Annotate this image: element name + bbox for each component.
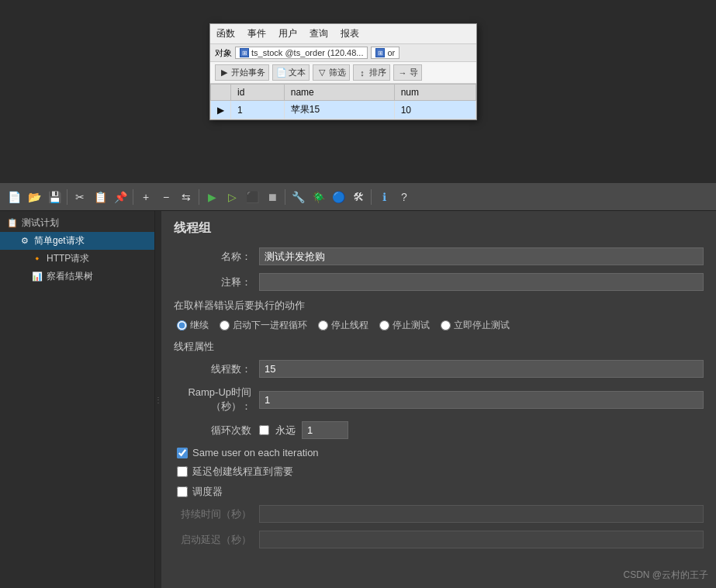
- new-icon[interactable]: 📄: [5, 188, 23, 206]
- table-row[interactable]: ▶ 1 苹果15 10: [211, 101, 476, 119]
- scheduler-row: 调度器: [174, 485, 704, 499]
- table-icon-1: ⊞: [240, 48, 249, 57]
- radio-next-loop-label: 启动下一进程循环: [233, 319, 307, 332]
- name-input[interactable]: [259, 247, 704, 265]
- duration-label: 持续时间（秒）: [174, 507, 259, 521]
- remote-all-icon[interactable]: 🔵: [329, 188, 348, 206]
- startup-delay-label: 启动延迟（秒）: [174, 533, 259, 547]
- menu-item-report[interactable]: 报表: [341, 27, 359, 40]
- btn-filter[interactable]: ▽ 筛选: [313, 64, 350, 81]
- radio-stop-test-input[interactable]: [379, 320, 389, 330]
- menu-item-query[interactable]: 查询: [310, 27, 328, 40]
- tree-item-http-request[interactable]: 🔸 HTTP请求: [0, 250, 154, 268]
- jmeter-window: 📄 📂 💾 ✂ 📋 📌 + − ⇆ ▶ ▷ ⬛ ⏹ 🔧 🪲 🔵 🛠 ℹ ? 📋 …: [0, 183, 716, 588]
- duration-row: 持续时间（秒）: [174, 505, 704, 523]
- stop-now-icon[interactable]: ⏹: [263, 188, 282, 206]
- name-row: 名称：: [174, 247, 704, 265]
- radio-stop-now-input[interactable]: [441, 320, 451, 330]
- btn-text[interactable]: 📄 文本: [272, 64, 310, 81]
- menu-item-events[interactable]: 事件: [247, 27, 266, 40]
- thread-props-title: 线程属性: [174, 340, 704, 354]
- test-plan-icon: 📋: [6, 217, 19, 230]
- menu-item-functions[interactable]: 函数: [216, 27, 235, 40]
- same-user-row: Same user on each iteration: [174, 447, 704, 458]
- ramp-up-input[interactable]: [259, 391, 704, 409]
- btn-export[interactable]: → 导: [393, 64, 422, 81]
- thread-count-input[interactable]: [259, 360, 704, 378]
- radio-next-loop-input[interactable]: [220, 320, 230, 330]
- comment-input[interactable]: [259, 273, 704, 291]
- toolbar-separator-5: [371, 189, 372, 205]
- thread-count-label: 线程数：: [174, 362, 259, 376]
- delay-create-row: 延迟创建线程直到需要: [174, 465, 704, 479]
- radio-stop-thread[interactable]: 停止线程: [318, 319, 368, 332]
- cell-id: 1: [231, 101, 285, 119]
- radio-stop-test[interactable]: 停止测试: [379, 319, 430, 332]
- section-title: 线程组: [174, 220, 704, 237]
- run-icon[interactable]: ▶: [202, 188, 221, 206]
- toolbar-separator-1: [67, 189, 67, 205]
- scheduler-label[interactable]: 调度器: [192, 485, 223, 499]
- radio-stop-now-label: 立即停止测试: [454, 319, 510, 332]
- delay-create-checkbox[interactable]: [177, 466, 188, 477]
- same-user-label[interactable]: Same user on each iteration: [192, 447, 319, 458]
- tree-item-result-tree[interactable]: 📊 察看结果树: [0, 268, 154, 285]
- table-icon-2: ⊞: [375, 48, 385, 57]
- toolbar-separator-3: [199, 189, 199, 205]
- loop-forever-checkbox[interactable]: [259, 425, 269, 435]
- loop-count-controls: 永远: [259, 421, 348, 439]
- row-indicator: ▶: [211, 101, 231, 119]
- copy-icon[interactable]: 📋: [91, 188, 109, 206]
- col-id[interactable]: id: [231, 85, 285, 101]
- radio-continue-input[interactable]: [177, 320, 187, 330]
- name-label: 名称：: [174, 250, 259, 264]
- col-name[interactable]: name: [284, 85, 394, 101]
- ramp-up-label: Ramp-Up时间（秒）：: [174, 386, 259, 413]
- info-icon[interactable]: ℹ: [375, 188, 393, 206]
- radio-stop-thread-input[interactable]: [318, 320, 328, 330]
- settings-icon[interactable]: 🛠: [349, 188, 368, 206]
- tree-item-test-plan[interactable]: 📋 测试计划: [0, 214, 154, 232]
- radio-stop-now[interactable]: 立即停止测试: [441, 319, 510, 332]
- stop-icon[interactable]: ⬛: [243, 188, 261, 206]
- remote-clear-icon[interactable]: 🪲: [309, 188, 327, 206]
- paste-icon[interactable]: 📌: [111, 188, 130, 206]
- loop-count-input[interactable]: [302, 421, 348, 439]
- expand-icon[interactable]: +: [137, 188, 155, 206]
- db-tab-table2[interactable]: ⊞ or: [371, 47, 400, 59]
- left-panel: 📋 测试计划 ⚙ 简单get请求 🔸 HTTP请求 📊 察看结果树: [0, 211, 155, 588]
- delay-create-label[interactable]: 延迟创建线程直到需要: [192, 465, 293, 479]
- radio-continue[interactable]: 继续: [177, 319, 209, 332]
- comment-row: 注释：: [174, 273, 704, 291]
- remote-run-icon[interactable]: 🔧: [289, 188, 307, 206]
- cut-icon[interactable]: ✂: [71, 188, 89, 206]
- radio-next-loop[interactable]: 启动下一进程循环: [220, 319, 307, 332]
- db-tab-table1[interactable]: ⊞ ts_stock @ts_order (120.48...: [235, 47, 368, 59]
- loop-count-label: 循环次数: [174, 424, 259, 438]
- save-icon[interactable]: 💾: [45, 188, 64, 206]
- help-icon[interactable]: ?: [395, 188, 413, 206]
- panel-divider[interactable]: ⋮: [155, 211, 161, 588]
- open-icon[interactable]: 📂: [25, 188, 43, 206]
- loop-count-row: 循环次数 永远: [174, 421, 704, 439]
- duration-input: [259, 505, 704, 523]
- toggle-icon[interactable]: ⇆: [177, 188, 195, 206]
- db-menu-bar: 函数 事件 用户 查询 报表: [210, 24, 476, 44]
- watermark: CSDN @云村的王子: [623, 569, 708, 582]
- col-indicator: [211, 85, 231, 101]
- cell-name: 苹果15: [284, 101, 394, 119]
- toolbar-separator-4: [285, 189, 285, 205]
- thread-group-icon: ⚙: [19, 235, 31, 247]
- scheduler-checkbox[interactable]: [177, 486, 188, 497]
- run-selected-icon[interactable]: ▷: [223, 188, 241, 206]
- same-user-checkbox[interactable]: [177, 448, 188, 458]
- startup-delay-input: [259, 531, 704, 548]
- db-tab-object[interactable]: 对象: [215, 47, 232, 59]
- btn-sort[interactable]: ↕ 排序: [353, 64, 390, 81]
- col-num[interactable]: num: [394, 85, 476, 101]
- menu-item-users[interactable]: 用户: [278, 27, 297, 40]
- tree-item-thread-group[interactable]: ⚙ 简单get请求: [0, 232, 154, 250]
- btn-start-transaction[interactable]: ▶ 开始事务: [215, 64, 269, 81]
- collapse-icon[interactable]: −: [157, 188, 175, 206]
- cell-num: 10: [394, 101, 476, 119]
